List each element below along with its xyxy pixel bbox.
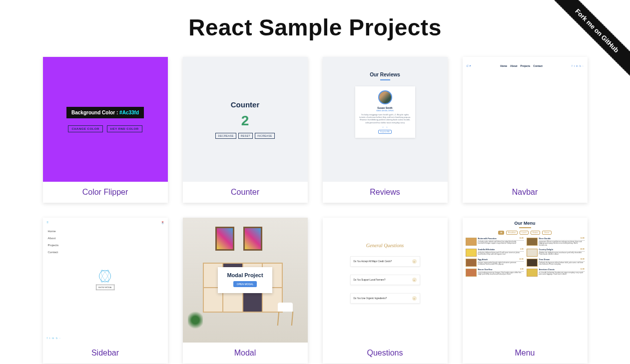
plus-icon: +	[412, 278, 417, 282]
chevron-left-icon: ‹	[383, 125, 384, 128]
project-card-counter[interactable]: Counter 2 DECREASE RESET INCREASE Counte…	[183, 57, 308, 203]
card-label: Navbar	[463, 182, 588, 203]
menu-item: Godzilla Milkshake6.99ombucha chillwave …	[466, 249, 524, 257]
card-label: Sidebar	[43, 343, 168, 364]
thumbnail-modal: Modal Project OPEN MODAL	[183, 218, 308, 343]
thumbnail-sidebar: ≡ X ≡ Home About Projects Contact SHOW M…	[43, 218, 168, 343]
twitter-icon: t	[574, 64, 575, 67]
plus-icon: +	[412, 296, 417, 301]
menu-item: American Classic12.99on it tumblr kickst…	[527, 269, 585, 277]
twitter-icon: t	[49, 337, 50, 340]
project-card-menu[interactable]: Our Menu All Breakfast Lunch Shakes Dinn…	[463, 218, 588, 364]
instagram-icon: ◦	[583, 64, 584, 67]
chevron-right-icon: ›	[387, 125, 388, 128]
menu-item-image	[466, 269, 477, 277]
bars-icon: ≡	[47, 221, 49, 224]
avatar	[378, 90, 392, 104]
thumbnail-questions: General Questions Do You Accept All Majo…	[323, 218, 448, 343]
menu-item: Country Delight20.99Shabby chic keffiyeh…	[527, 249, 585, 257]
card-label: Questions	[323, 343, 448, 364]
thumbnail-reviews: Our Reviews Susan Smith WEB DEVELOPER I'…	[323, 57, 448, 182]
menu-item-image	[466, 249, 477, 257]
cf-color-label: Background Color : #Ac33fd	[66, 107, 144, 118]
menu-item: Buttermilk Pancakes15.99I'm baby woke ml…	[466, 238, 524, 247]
menu-item-image	[527, 238, 538, 246]
project-card-questions[interactable]: General Questions Do You Accept All Majo…	[323, 218, 448, 364]
plus-icon: +	[412, 259, 417, 264]
menu-item-image	[466, 238, 477, 246]
card-label: Modal	[183, 343, 308, 364]
card-label: Counter	[183, 182, 308, 203]
menu-item: Oreo Dream18.99Portland chicharrones eth…	[527, 259, 585, 267]
menu-item-image	[527, 269, 538, 277]
linkedin-icon: in	[52, 337, 54, 340]
thumbnail-counter: Counter 2 DECREASE RESET INCREASE	[183, 57, 308, 182]
thumbnail-menu: Our Menu All Breakfast Lunch Shakes Dinn…	[463, 218, 588, 343]
behance-icon: b	[580, 64, 581, 67]
thumbnail-color-flipper: Background Color : #Ac33fd CHANGE COLOR …	[43, 57, 168, 182]
linkedin-icon: in	[576, 64, 578, 67]
menu-item: Egg Attack22.99franzen vegan pabst bicyc…	[466, 259, 524, 267]
facebook-icon: f	[572, 64, 572, 67]
page-title: React Sample Projects	[0, 14, 630, 41]
menu-item-image	[527, 259, 538, 267]
instagram-icon: ◦	[59, 337, 60, 340]
card-label: Menu	[463, 343, 588, 364]
project-card-color-flipper[interactable]: Background Color : #Ac33fd CHANGE COLOR …	[43, 57, 168, 203]
menu-item: Diner Double13.99vaporware iPhone mumble…	[527, 238, 585, 247]
projects-grid: Background Color : #Ac33fd CHANGE COLOR …	[33, 57, 598, 364]
menu-item: Bacon Overflow8.99carry jianbing normcor…	[466, 269, 524, 277]
thumbnail-navbar: C✦ Home About Projects Contact ftinb◦	[463, 57, 588, 182]
project-card-reviews[interactable]: Our Reviews Susan Smith WEB DEVELOPER I'…	[323, 57, 448, 203]
hamburger-icon: ≡	[162, 222, 164, 225]
menu-item-image	[527, 249, 538, 257]
cf-rnd-btn: HEY RND COLOR	[107, 125, 142, 132]
project-card-sidebar[interactable]: ≡ X ≡ Home About Projects Contact SHOW M…	[43, 218, 168, 364]
logo-icon: C✦	[467, 64, 471, 67]
react-icon	[99, 270, 111, 282]
facebook-icon: f	[47, 337, 47, 340]
behance-icon: b	[56, 337, 57, 340]
menu-item-image	[466, 259, 477, 267]
project-card-navbar[interactable]: C✦ Home About Projects Contact ftinb◦ Na…	[463, 57, 588, 203]
card-label: Color Flipper	[43, 182, 168, 203]
cf-change-btn: CHANGE COLOR	[68, 125, 102, 132]
project-card-modal[interactable]: Modal Project OPEN MODAL Modal	[183, 218, 308, 364]
card-label: Reviews	[323, 182, 448, 203]
